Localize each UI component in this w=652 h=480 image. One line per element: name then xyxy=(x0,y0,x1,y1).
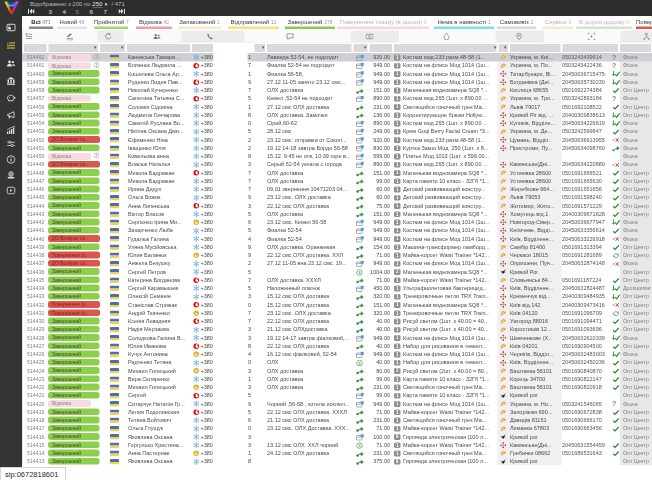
svg-text:lc: lc xyxy=(195,353,198,357)
svg-text:lc: lc xyxy=(195,254,198,258)
svg-text:lc: lc xyxy=(195,369,198,373)
svg-text:lc: lc xyxy=(195,386,198,390)
svg-text:lc: lc xyxy=(195,452,198,456)
svg-text:lc: lc xyxy=(195,311,198,315)
svg-text:lc: lc xyxy=(195,221,198,225)
